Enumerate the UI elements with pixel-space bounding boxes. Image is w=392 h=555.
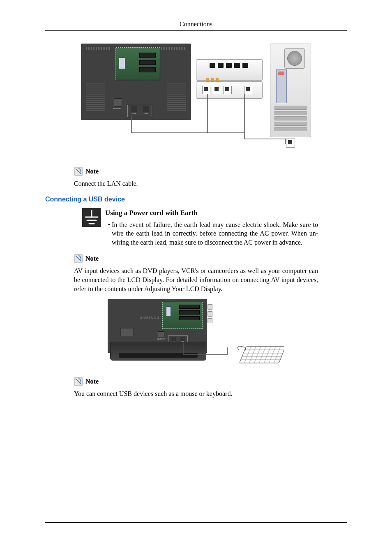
- svg-rect-7: [240, 347, 284, 363]
- lan-port-icon: [131, 106, 137, 112]
- usb-port-label: USB: [144, 112, 148, 114]
- note-body-lan: Connect the LAN cable.: [74, 179, 347, 188]
- option-board-illustration: [115, 47, 160, 80]
- rgb-out-port: RGB OUT: [113, 98, 122, 111]
- section-heading-usb: Connecting a USB device: [45, 196, 347, 203]
- figure-lan-connection: RGB OUT LAN USB: [45, 44, 347, 159]
- figure-usb-connection: SAMSUNG RGB OUT LAN USB: [45, 299, 347, 369]
- lan-cable-line: [129, 116, 296, 149]
- rgb-out-port: RGB OUT: [157, 331, 165, 340]
- earth-bullet-text: In the event of failure, the earth lead …: [112, 220, 318, 247]
- note-body-usb: You can connect USB devices such as a mo…: [74, 389, 347, 398]
- earth-ground-icon: [82, 208, 101, 227]
- earth-heading: Using a Power cord with Earth: [105, 209, 318, 217]
- usb-cable-line: [182, 340, 244, 361]
- note-label: Note: [85, 378, 99, 385]
- rgb-out-label: RGB OUT: [157, 338, 165, 340]
- note-icon: [74, 167, 83, 176]
- lan-port-label: LAN: [131, 112, 136, 114]
- note-icon: [74, 254, 83, 263]
- note-label: Note: [85, 168, 99, 175]
- lan-port-icon: [171, 337, 176, 341]
- usb-port-icon: [143, 106, 149, 112]
- note-label: Note: [85, 255, 99, 262]
- note-icon: [74, 377, 83, 386]
- network-hub-rear-illustration: [196, 59, 263, 81]
- brand-label: SAMSUNG: [140, 316, 159, 319]
- rgb-out-label: RGB OUT: [113, 107, 122, 109]
- header-rule: [45, 30, 347, 31]
- pc-fan-icon: [284, 48, 305, 69]
- page-header-title: Connections: [45, 21, 347, 28]
- lan-usb-port-group: LAN USB: [127, 105, 152, 117]
- note-body-av: AV input devices such as DVD players, VC…: [74, 266, 318, 293]
- network-hub-front-illustration: [196, 81, 263, 99]
- monitor-rear-illustration: RGB OUT LAN USB: [81, 44, 191, 120]
- footer-rule: [45, 522, 347, 523]
